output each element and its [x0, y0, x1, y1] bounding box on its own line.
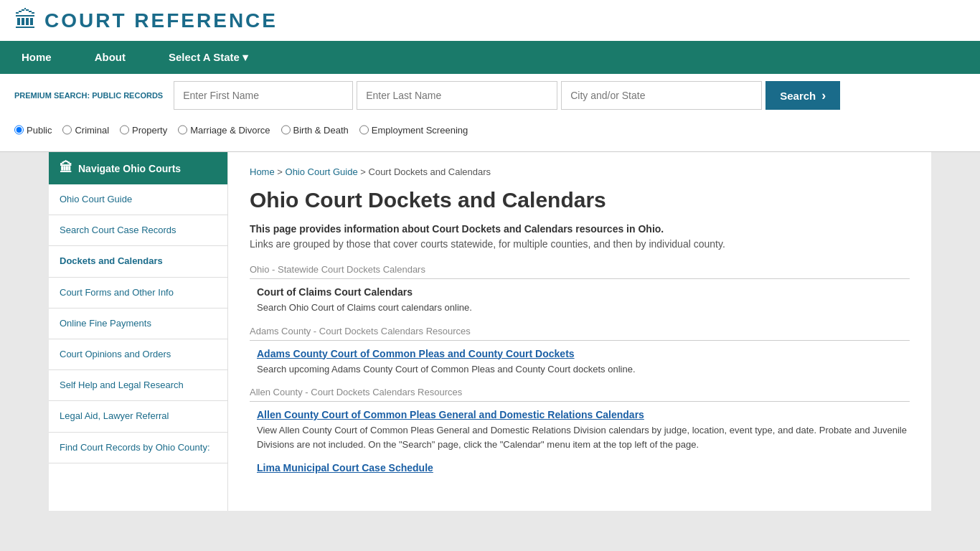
- sidebar-header: 🏛 Navigate Ohio Courts: [49, 152, 227, 184]
- search-radio-group: Public Criminal Property Marriage & Divo…: [14, 116, 468, 144]
- sidebar-item-court-forms[interactable]: Court Forms and Other Info: [49, 278, 227, 309]
- sidebar-item-online-fine-payments[interactable]: Online Fine Payments: [49, 309, 227, 339]
- search-button[interactable]: Search: [765, 81, 840, 110]
- sidebar-item-court-opinions[interactable]: Court Opinions and Orders: [49, 339, 227, 370]
- court-entry-allen-domestic: Allen County Court of Common Pleas Gener…: [250, 409, 910, 451]
- intro-text: Links are grouped by those that cover co…: [250, 238, 910, 250]
- nav-select-state[interactable]: Select A State: [147, 41, 270, 74]
- sidebar: 🏛 Navigate Ohio Courts Ohio Court Guide …: [49, 152, 228, 511]
- site-logo-icon: 🏛: [14, 7, 37, 34]
- radio-criminal[interactable]: Criminal: [62, 116, 109, 144]
- sidebar-item-dockets-calendars[interactable]: Dockets and Calendars: [49, 246, 227, 277]
- sidebar-header-label: Navigate Ohio Courts: [78, 163, 181, 174]
- premium-label: PREMIUM SEARCH: PUBLIC RECORDS: [14, 90, 163, 100]
- breadcrumb-current: Court Dockets and Calendars: [369, 166, 491, 177]
- court-entry-claims: Court of Claims Court Calendars Search O…: [250, 286, 910, 315]
- court-claims-name: Court of Claims Court Calendars: [257, 286, 910, 298]
- page-title: Ohio Court Dockets and Calendars: [250, 188, 910, 212]
- section-adams-header: Adams County - Court Dockets Calendars R…: [250, 326, 910, 341]
- court-allen-domestic-desc: View Allen County Court of Common Pleas …: [257, 423, 910, 451]
- site-title: COURT REFERENCE: [44, 9, 278, 32]
- sidebar-item-ohio-court-guide[interactable]: Ohio Court Guide: [49, 184, 227, 215]
- last-name-input[interactable]: [357, 81, 557, 110]
- breadcrumb: Home > Ohio Court Guide > Court Dockets …: [250, 166, 910, 177]
- radio-property[interactable]: Property: [120, 116, 167, 144]
- court-claims-desc: Search Ohio Court of Claims court calend…: [257, 301, 910, 315]
- court-adams-link[interactable]: Adams County Court of Common Pleas and C…: [257, 348, 910, 359]
- breadcrumb-ohio-court-guide[interactable]: Ohio Court Guide: [286, 166, 358, 177]
- main-content: Home > Ohio Court Guide > Court Dockets …: [228, 152, 931, 511]
- court-lima-link[interactable]: Lima Municipal Court Case Schedule: [257, 462, 910, 474]
- intro-bold: This page provides information about Cou…: [250, 223, 910, 235]
- radio-public[interactable]: Public: [14, 116, 52, 144]
- sidebar-item-legal-aid[interactable]: Legal Aid, Lawyer Referral: [49, 401, 227, 432]
- radio-marriage-divorce[interactable]: Marriage & Divorce: [178, 116, 270, 144]
- sidebar-item-find-by-county[interactable]: Find Court Records by Ohio County:: [49, 433, 227, 463]
- court-entry-lima-municipal: Lima Municipal Court Case Schedule: [250, 462, 910, 474]
- sidebar-item-self-help[interactable]: Self Help and Legal Research: [49, 370, 227, 401]
- sidebar-item-search-court-case-records[interactable]: Search Court Case Records: [49, 215, 227, 246]
- sidebar-header-icon: 🏛: [60, 161, 72, 176]
- search-bar: PREMIUM SEARCH: PUBLIC RECORDS Search Pu…: [0, 74, 980, 152]
- court-entry-adams: Adams County Court of Common Pleas and C…: [250, 348, 910, 377]
- court-adams-desc: Search upcoming Adams County Court of Co…: [257, 362, 910, 377]
- breadcrumb-home[interactable]: Home: [250, 166, 275, 177]
- main-wrapper: 🏛 Navigate Ohio Courts Ohio Court Guide …: [49, 152, 931, 511]
- court-allen-domestic-link[interactable]: Allen County Court of Common Pleas Gener…: [257, 409, 910, 420]
- nav-home[interactable]: Home: [0, 41, 73, 74]
- first-name-input[interactable]: [174, 81, 353, 110]
- nav-about[interactable]: About: [73, 41, 147, 74]
- main-nav: Home About Select A State: [0, 41, 980, 74]
- section-allen-header: Allen County - Court Dockets Calendars R…: [250, 387, 910, 402]
- radio-employment-screening[interactable]: Employment Screening: [359, 116, 468, 144]
- radio-birth-death[interactable]: Birth & Death: [281, 116, 349, 144]
- city-state-input[interactable]: [561, 81, 762, 110]
- section-statewide-header: Ohio - Statewide Court Dockets Calendars: [250, 264, 910, 279]
- site-header: 🏛 COURT REFERENCE: [0, 0, 980, 41]
